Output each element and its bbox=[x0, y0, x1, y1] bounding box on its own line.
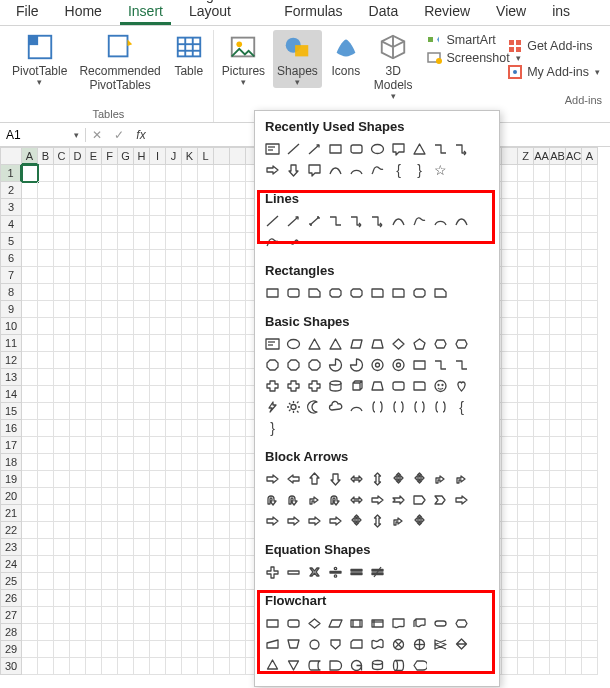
cell[interactable] bbox=[230, 658, 246, 675]
row-header[interactable]: 6 bbox=[0, 250, 22, 267]
cell[interactable] bbox=[118, 539, 134, 556]
cell[interactable] bbox=[502, 471, 518, 488]
rect-shape[interactable] bbox=[410, 356, 429, 374]
cell[interactable] bbox=[502, 454, 518, 471]
cell[interactable] bbox=[582, 352, 598, 369]
cell[interactable] bbox=[54, 624, 70, 641]
col-header[interactable]: J bbox=[166, 147, 182, 165]
cell[interactable] bbox=[86, 488, 102, 505]
cell[interactable] bbox=[118, 607, 134, 624]
cell[interactable] bbox=[118, 522, 134, 539]
cell[interactable] bbox=[70, 437, 86, 454]
cell[interactable] bbox=[518, 335, 534, 352]
cell[interactable] bbox=[150, 165, 166, 182]
cell[interactable] bbox=[54, 573, 70, 590]
notched-shape[interactable] bbox=[389, 491, 408, 509]
cell[interactable] bbox=[70, 590, 86, 607]
cell[interactable] bbox=[150, 437, 166, 454]
cell[interactable] bbox=[214, 386, 230, 403]
cell[interactable] bbox=[518, 437, 534, 454]
cell[interactable] bbox=[182, 573, 198, 590]
cell[interactable] bbox=[54, 607, 70, 624]
rightArrow-shape[interactable] bbox=[263, 470, 282, 488]
cell[interactable] bbox=[518, 284, 534, 301]
flowDisk-shape[interactable] bbox=[389, 656, 408, 674]
lineDbl-shape[interactable] bbox=[305, 212, 324, 230]
cell[interactable] bbox=[134, 505, 150, 522]
pentagon-shape[interactable] bbox=[410, 491, 429, 509]
quadArrow-shape[interactable] bbox=[347, 512, 366, 530]
cell[interactable] bbox=[214, 369, 230, 386]
cell[interactable] bbox=[150, 505, 166, 522]
cell[interactable] bbox=[150, 369, 166, 386]
flowSum-shape[interactable] bbox=[389, 635, 408, 653]
flowConn-shape[interactable] bbox=[305, 635, 324, 653]
cell[interactable] bbox=[166, 556, 182, 573]
cross-shape[interactable] bbox=[305, 377, 324, 395]
cell[interactable] bbox=[518, 369, 534, 386]
cell[interactable] bbox=[582, 539, 598, 556]
cell[interactable] bbox=[118, 233, 134, 250]
tab-view[interactable]: View bbox=[488, 0, 534, 25]
udArrow-shape[interactable] bbox=[368, 470, 387, 488]
cell[interactable] bbox=[550, 658, 566, 675]
cell[interactable] bbox=[534, 267, 550, 284]
downArrow-shape[interactable] bbox=[326, 470, 345, 488]
cell[interactable] bbox=[22, 556, 38, 573]
freeform-shape[interactable] bbox=[410, 212, 429, 230]
cell[interactable] bbox=[182, 386, 198, 403]
cell[interactable] bbox=[70, 624, 86, 641]
cell[interactable] bbox=[214, 318, 230, 335]
cell[interactable] bbox=[102, 233, 118, 250]
cell[interactable] bbox=[198, 250, 214, 267]
cell[interactable] bbox=[166, 590, 182, 607]
flowSort-shape[interactable] bbox=[452, 635, 471, 653]
row-header[interactable]: 24 bbox=[0, 556, 22, 573]
row-header[interactable]: 3 bbox=[0, 199, 22, 216]
bracket-shape[interactable] bbox=[389, 398, 408, 416]
cell[interactable] bbox=[102, 573, 118, 590]
cell[interactable] bbox=[214, 488, 230, 505]
cell[interactable] bbox=[230, 284, 246, 301]
cell[interactable] bbox=[230, 216, 246, 233]
cell[interactable] bbox=[102, 318, 118, 335]
rightArrow-shape[interactable] bbox=[326, 512, 345, 530]
cell[interactable] bbox=[38, 539, 54, 556]
col-header[interactable]: L bbox=[198, 147, 214, 165]
cell[interactable] bbox=[166, 233, 182, 250]
cell[interactable] bbox=[502, 420, 518, 437]
col-header[interactable]: D bbox=[70, 147, 86, 165]
cell[interactable] bbox=[534, 420, 550, 437]
cell[interactable] bbox=[518, 301, 534, 318]
cell[interactable] bbox=[214, 454, 230, 471]
row-header[interactable]: 10 bbox=[0, 318, 22, 335]
row-header[interactable]: 14 bbox=[0, 386, 22, 403]
cell[interactable] bbox=[550, 607, 566, 624]
flowMulti-shape[interactable] bbox=[410, 614, 429, 632]
cell[interactable] bbox=[166, 216, 182, 233]
cell[interactable] bbox=[230, 488, 246, 505]
pie-shape[interactable] bbox=[326, 356, 345, 374]
cell[interactable] bbox=[54, 420, 70, 437]
pictures-button[interactable]: Pictures ▾ bbox=[218, 30, 269, 88]
udArrow-shape[interactable] bbox=[368, 512, 387, 530]
cell[interactable] bbox=[198, 624, 214, 641]
cell[interactable] bbox=[582, 437, 598, 454]
cell[interactable] bbox=[502, 437, 518, 454]
cell[interactable] bbox=[518, 573, 534, 590]
cell[interactable] bbox=[54, 216, 70, 233]
cell[interactable] bbox=[54, 641, 70, 658]
cell[interactable] bbox=[518, 386, 534, 403]
cell[interactable] bbox=[550, 386, 566, 403]
elbow-shape[interactable] bbox=[431, 356, 450, 374]
cell[interactable] bbox=[134, 573, 150, 590]
cell[interactable] bbox=[86, 607, 102, 624]
cell[interactable] bbox=[534, 403, 550, 420]
cell[interactable] bbox=[566, 250, 582, 267]
flowTape-shape[interactable] bbox=[368, 635, 387, 653]
cell[interactable] bbox=[230, 199, 246, 216]
cell[interactable] bbox=[134, 522, 150, 539]
cell[interactable] bbox=[150, 590, 166, 607]
cell[interactable] bbox=[550, 488, 566, 505]
cell[interactable] bbox=[70, 658, 86, 675]
